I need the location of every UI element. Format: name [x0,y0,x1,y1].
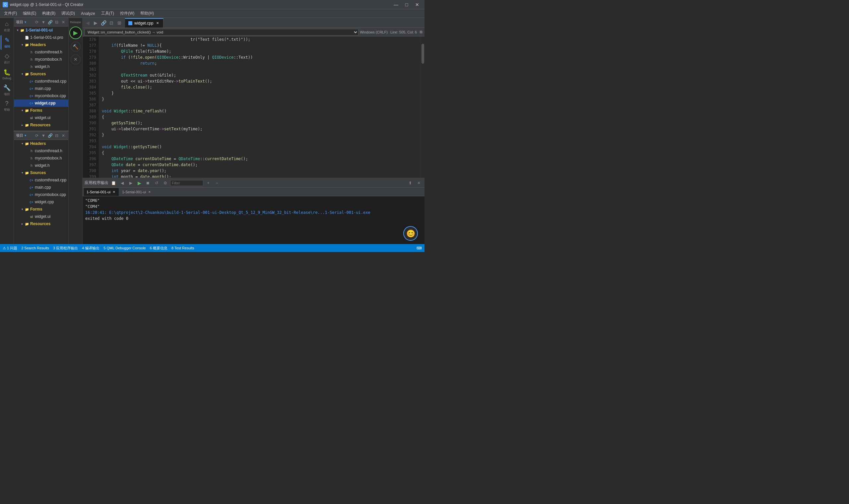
menu-file[interactable]: 文件(F) [1,10,20,17]
filter-remove-button[interactable]: − [213,179,220,187]
tree-b-sources[interactable]: ▾ 📁 Sources [14,169,68,176]
output-run-button[interactable]: ▶ [136,179,143,187]
tree-b-mycombobox-h[interactable]: h mycombobox.h [14,155,68,162]
run-button[interactable]: ▶ [69,26,82,39]
output-prev-button[interactable]: ◀ [119,179,126,187]
output-close-button[interactable]: ✕ [415,179,422,187]
project-dropdown-arrow[interactable]: ▾ [24,20,26,24]
filter-icon[interactable]: ▼ [40,19,47,25]
status-overview[interactable]: 6 概要信息 [150,246,167,251]
status-qml-console[interactable]: 5 QML Debugger Console [104,246,146,250]
status-app-output[interactable]: 3 应用程序输出 [53,246,78,251]
output-expand-button[interactable]: ⬆ [407,179,414,187]
tree-b-headers[interactable]: ▾ 📁 Headers [14,140,68,147]
output-settings-button[interactable]: ⚙ [162,179,169,187]
status-test-results[interactable]: 8 Test Results [171,246,194,250]
sidebar-item-project[interactable]: 🔧 项目 [1,83,13,97]
tree-b-widget-cpp[interactable]: c+ widget.cpp [14,198,68,205]
minimize-button[interactable]: — [391,1,401,8]
split-icon-b[interactable]: ⊟ [54,133,60,139]
sidebar-item-edit[interactable]: ✎ 编辑 [1,35,13,50]
tree-pro-file[interactable]: 📄 1-Serial-001-ui.pro [14,34,68,41]
tree-widget-ui[interactable]: ui widget.ui [14,114,68,121]
no-arrow [24,148,29,153]
build-button[interactable]: 🔨 [71,42,80,52]
widget-h-name: widget.h [35,64,50,69]
close-button[interactable]: ✕ [413,1,422,8]
tree-mycombobox-cpp[interactable]: c+ mycombobox.cpp [14,92,68,100]
tree-b-forms[interactable]: ▾ 📁 Forms [14,205,68,213]
nav-forward-button[interactable]: ▶ [92,19,99,26]
close-panel-icon-b[interactable]: ✕ [60,133,66,139]
tree-b-customthread-cpp[interactable]: c+ customthread.cpp [14,176,68,184]
output-stop-button[interactable]: ⏹ [144,179,151,187]
filter-icon-b[interactable]: ▼ [40,133,47,139]
tree-main-cpp[interactable]: c+ main.cpp [14,85,68,92]
link-editor-icon-b[interactable]: 🔗 [47,133,53,139]
nav-back-button[interactable]: ◀ [84,19,91,26]
tree-customthread-cpp[interactable]: c+ customthread.cpp [14,77,68,85]
split-icon[interactable]: ⊟ [54,19,60,25]
menu-debug[interactable]: 调试(D) [59,10,78,17]
overview-label: 6 概要信息 [150,246,167,251]
tree-b-widget-h[interactable]: h widget.h [14,162,68,169]
menu-edit[interactable]: 编辑(E) [20,10,39,17]
tree-headers-folder[interactable]: ▾ 📁 Headers [14,41,68,49]
status-problems[interactable]: ⚠ 1 问题 [3,246,17,251]
split-h-button[interactable]: ⊟ [108,19,115,26]
edit-label: 编辑 [4,44,10,49]
status-search[interactable]: 2 Search Results [21,246,49,250]
tree-b-resources[interactable]: ▸ 📁 Resources [14,220,68,228]
output-tab-2-close[interactable]: ✕ [148,190,151,194]
tree-b-main-cpp[interactable]: c+ main.cpp [14,184,68,191]
output-tab-2[interactable]: 1-Serial-001-ui ✕ [120,188,154,196]
filter-add-button[interactable]: + [205,179,212,187]
output-tab-1[interactable]: 1-Serial-001-ui ✕ [84,188,119,196]
status-build-output[interactable]: 4 编译输出 [82,246,100,251]
tree-resources-folder[interactable]: ▸ 📁 Resources [14,121,68,129]
tree-sources-folder[interactable]: ▾ 📁 Sources [14,70,68,77]
function-selector[interactable]: Widget::on_command_button_clicked() → vo… [85,29,359,35]
code-content[interactable]: tr("Text files(*.txt)")); if(fileName !=… [99,36,420,178]
menu-controls[interactable]: 控件(W) [118,10,137,17]
tree-widget-h[interactable]: h widget.h [14,63,68,70]
stop-button[interactable]: ✕ [71,54,80,64]
tree-b-mycombobox-cpp[interactable]: c+ mycombobox.cpp [14,191,68,198]
output-tab-1-close[interactable]: ✕ [112,190,116,194]
sidebar-item-design[interactable]: ◇ 设计 [1,51,13,66]
tree-widget-cpp[interactable]: c+ widget.cpp [14,100,68,107]
code-line: QDate date = currentDateTime.date(); [102,162,420,168]
menu-tools[interactable]: 工具(T) [98,10,117,17]
menu-help[interactable]: 帮助(H) [138,10,157,17]
link-editor-icon[interactable]: 🔗 [47,19,53,25]
expand-icon[interactable]: ⊞ [419,30,422,34]
menu-build[interactable]: 构建(B) [39,10,58,17]
resources-label: Resources [30,123,50,127]
editor-tab-widget-cpp[interactable]: widget.cpp ✕ [125,18,163,28]
maximize-button[interactable]: □ [402,1,411,8]
output-next-button[interactable]: ▶ [127,179,134,187]
sync-icon[interactable]: ⟳ [34,19,40,25]
output-option-button[interactable]: 📋 [110,179,117,187]
menu-analyze[interactable]: Analyze [78,11,98,17]
status-keyboard-icon: ⌨ [417,246,422,250]
scrollbar-thumb[interactable] [421,44,424,64]
tree-project-root[interactable]: ▾ 📁 1-Serial-001-ui [14,26,68,34]
sidebar-item-help[interactable]: ? 帮助 [1,99,13,113]
output-filter-input[interactable] [170,180,203,186]
tree-mycombobox-h[interactable]: h mycombobox.h [14,56,68,63]
output-restart-button[interactable]: ↺ [153,179,160,187]
tree-b-customthread-h[interactable]: h customthread.h [14,147,68,155]
close-panel-icon[interactable]: ✕ [60,19,66,25]
sync-icon-b[interactable]: ⟳ [34,133,40,139]
sidebar-item-debug[interactable]: 🐛 Debug [1,67,13,82]
tab-close-button[interactable]: ✕ [155,21,160,25]
link-button[interactable]: 🔗 [100,19,107,26]
project-dropdown-arrow-bottom[interactable]: ▾ [24,133,26,137]
split-v-button[interactable]: ⊞ [116,19,123,26]
tree-customthread-h[interactable]: h customthread.h [14,49,68,56]
sidebar-item-welcome[interactable]: ⌂ 欢迎 [1,19,13,34]
scrollbar-vertical[interactable] [420,36,424,178]
tree-forms-folder[interactable]: ▾ 📁 Forms [14,107,68,114]
tree-b-widget-ui[interactable]: ui widget.ui [14,213,68,220]
